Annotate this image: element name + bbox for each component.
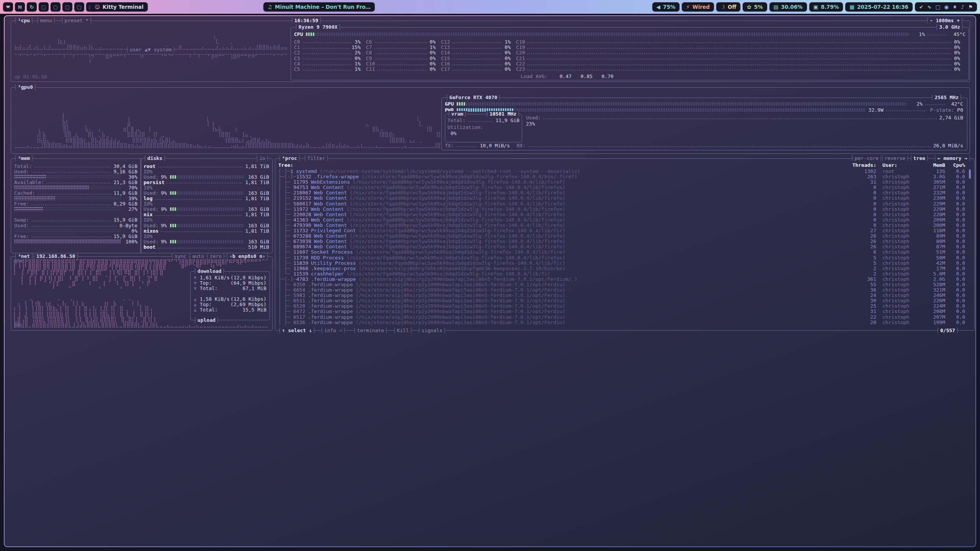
process-row[interactable]: │ ├─ 6520.ferdium-wrappe(/nix/store/a1pj… xyxy=(278,303,967,309)
process-row[interactable]: │ ├─ 6654.ferdium-wrappe(/nix/store/a1pj… xyxy=(278,287,967,293)
tray-icon[interactable]: ⚑ xyxy=(968,4,973,10)
kill-control[interactable]: Kill xyxy=(393,328,413,334)
cpu-system-graph: ⠉⠙⠉⠙⠉⠙⠉⠉⠋⠉⠉⠉⠉⠹⠉⠉⠏⠉⠉⠉⠹⠻⠉⠉⠉⣿⠿⠛⠛⠋⠏⠉⠉⠉⠹⠏⠉⠉⠉⠉… xyxy=(14,54,287,75)
process-command: (/nix/store/fqadd0bprwc5yw5k99xajbdqd1dz… xyxy=(350,233,565,239)
process-row[interactable]: │ ├─ 41363Web Content(/nix/store/fqadd0b… xyxy=(278,217,967,223)
process-row[interactable]: │ ├─ 11968.keepassxc-prox(/nix/store/bsl… xyxy=(278,266,967,271)
process-scrollbar[interactable] xyxy=(969,170,971,179)
terminate-control[interactable]: terminate xyxy=(353,328,388,334)
process-pid: 11972 xyxy=(293,207,308,212)
process-row[interactable]: │ ├─ 220028Web Content(/nix/store/fqadd0… xyxy=(278,212,967,217)
workspace-button[interactable]: ▢ xyxy=(74,2,84,11)
cpu-core-row: C130% xyxy=(441,44,516,50)
workspace-button[interactable]: ❤ xyxy=(3,2,13,11)
disks-divider xyxy=(140,159,141,253)
memory-meter xyxy=(14,175,121,179)
process-pid: 5983 xyxy=(293,293,305,298)
tray-icon[interactable]: ▢ xyxy=(936,4,941,10)
select-control[interactable]: ↑ select ↓ xyxy=(278,328,316,334)
process-row[interactable]: │ ├─ 6472.ferdium-wrappe(/nix/store/a1pj… xyxy=(278,309,967,314)
process-row[interactable]: │ ├─ 94753Web Content(/nix/store/fqadd0b… xyxy=(278,185,967,190)
process-row[interactable]: │ ├─ 218067Web Content(/nix/store/fqadd0… xyxy=(278,190,967,196)
core-percent: 0% xyxy=(505,44,511,50)
gpu-panel: ⁵gpu0 xyxy=(11,87,970,154)
tree-branch: │ ├─ xyxy=(278,223,293,228)
process-command: (/nix/store/fqadd0bprwc5yw5k99xajbdqd1dz… xyxy=(356,249,565,255)
process-user: christoph xyxy=(876,249,922,255)
process-row[interactable]: │ ├─ 11739RDD Process(/nix/store/fqadd0b… xyxy=(278,255,967,261)
menu-button[interactable]: menu xyxy=(36,18,56,24)
workspace-button[interactable]: ↻ xyxy=(27,2,37,11)
status-pill[interactable]: ▦ 2025-07-22 16:36 xyxy=(845,2,913,11)
core-percent: 0% xyxy=(430,39,436,45)
process-row[interactable]: │ ├─ 11839Utility Process(/nix/store/fqa… xyxy=(278,261,967,266)
tray-icon[interactable]: ♦ xyxy=(952,4,957,10)
process-memory: 232M xyxy=(922,190,945,196)
tray-icon[interactable]: ∿ xyxy=(927,4,931,10)
memory-meter xyxy=(14,186,121,190)
process-command: (/nix/store/fqadd0bprwc5yw5k99xajbdqd1dz… xyxy=(362,174,578,179)
tray-icon[interactable]: ♪ xyxy=(961,4,964,10)
process-row[interactable]: │ ├─ 6350.ferdium-wrappe(/nix/store/a1pj… xyxy=(278,282,967,287)
tray-icon[interactable]: ◉ xyxy=(944,4,949,10)
process-row[interactable]: │ ├─ 11795WebExtensions(/nix/store/fqadd… xyxy=(278,179,967,185)
workspace-button[interactable]: ▢ xyxy=(39,2,49,11)
status-pill[interactable]: ▤ 30.06% xyxy=(769,2,807,11)
status-pill[interactable]: ◀ 75% xyxy=(652,2,680,11)
process-row[interactable]: │ ├─ 689674Web Content(/nix/store/fqadd0… xyxy=(278,244,967,249)
update-interval-control[interactable]: - 1000ms + xyxy=(926,18,964,24)
status-pill[interactable]: ⚡ Wired xyxy=(682,2,714,11)
process-cpu: 0.0 xyxy=(945,293,967,298)
disk-entry: nixos1,81 TiB IO% Used: 9% 163 GiB xyxy=(144,228,269,244)
core-id: C6 xyxy=(366,39,372,45)
tree-branch: │ ├─ xyxy=(278,207,293,212)
workspace-button[interactable]: N xyxy=(15,2,25,11)
status-icon: ◀ xyxy=(657,4,660,10)
workspace-button[interactable]: ▢ xyxy=(62,2,72,11)
process-row[interactable]: │ ├─ 11732Privileged Cont(/nix/store/fqa… xyxy=(278,228,967,233)
tree-toggle[interactable]: tree xyxy=(910,155,929,161)
sort-column-selector[interactable]: ← memory → xyxy=(934,155,971,161)
net-sync-toggle[interactable]: sync xyxy=(171,253,190,259)
net-interface-switcher[interactable]: ‹b enp8s0 n› xyxy=(225,253,269,259)
uptime: up 01:05:56 xyxy=(14,74,47,80)
process-name: Web Content xyxy=(314,190,347,196)
process-row[interactable]: │ └─ 11539crashhelper(/nix/store/fqadd0b… xyxy=(278,271,967,277)
signals-control[interactable]: signals xyxy=(418,328,446,334)
process-row[interactable]: │ ├─ 11607Socket Process(/nix/store/fqad… xyxy=(278,249,967,255)
process-row[interactable]: │ ├─ 5983.ferdium-wrappe(/nix/store/a1pj… xyxy=(278,293,967,298)
status-pill[interactable]: ▣ 8.79% xyxy=(809,2,843,11)
music-player-pill[interactable]: ♫ Minuit Machine – Don't Run Fro… xyxy=(263,2,375,11)
status-pill[interactable]: ✿ 5% xyxy=(743,2,767,11)
process-row[interactable]: │ ├─ 11972Web Content(/nix/store/fqadd0b… xyxy=(278,207,967,212)
per-core-toggle[interactable]: per-core xyxy=(851,155,882,161)
process-row[interactable]: │ ├─ 673038Web Content(/nix/store/fqadd0… xyxy=(278,239,967,244)
process-command: (/nix/store/a1pj8hxirp2y2090nbwa7api3asi… xyxy=(359,277,577,282)
window-title-pill[interactable]: ☺ Kitty Terminal xyxy=(90,2,148,11)
net-zero-toggle[interactable]: zero xyxy=(206,253,225,259)
process-memory: 17M xyxy=(922,266,945,271)
process-row[interactable]: │ ├─ 580017Web Content(/nix/store/fqadd0… xyxy=(278,201,967,207)
disks-io-toggle[interactable]: io xyxy=(256,155,269,161)
process-row[interactable]: ├─[-]─11532.firefox-wrappe(/nix/store/fq… xyxy=(278,174,967,179)
process-row[interactable]: ├─[-]─4783.ferdium-wrappe(/nix/store/a1p… xyxy=(278,277,967,282)
status-pill[interactable]: ☽ Off xyxy=(716,2,741,11)
process-row[interactable]: │ ├─ 673288Web Content(/nix/store/fqadd0… xyxy=(278,233,967,239)
process-threads: 24 xyxy=(846,293,876,298)
memory-meter xyxy=(14,240,121,244)
filter-button[interactable]: filter xyxy=(304,155,329,161)
process-row[interactable]: [-]─1systemd(/run/current-system/systemd… xyxy=(278,169,967,174)
net-auto-toggle[interactable]: auto xyxy=(188,253,208,259)
process-row[interactable]: │ ├─ 6511.ferdium-wrappe(/nix/store/a1pj… xyxy=(278,298,967,303)
process-row[interactable]: │ ├─ 219152Web Content(/nix/store/fqadd0… xyxy=(278,196,967,201)
reverse-toggle[interactable]: reverse xyxy=(881,155,909,161)
info-control[interactable]: info ⏎ xyxy=(320,328,346,334)
process-row[interactable]: │ ├─ 6517.ferdium-wrappe(/nix/store/a1pj… xyxy=(278,315,967,320)
process-row[interactable]: │ ├─ 479390Web Content(/nix/store/fqadd0… xyxy=(278,223,967,228)
tree-branch: │ ├─ xyxy=(278,287,293,293)
download-stats: ▼ 1,61 KiB/s(12,9 Kibps) ▼ Top:(64,9 Mib… xyxy=(194,275,266,291)
preset-button[interactable]: preset * xyxy=(61,18,92,24)
workspace-button[interactable]: ▢ xyxy=(51,2,60,11)
process-row[interactable]: │ ├─ 6536.ferdium-wrappe(/nix/store/a1pj… xyxy=(278,320,967,325)
tray-icon[interactable]: ✔ xyxy=(919,4,923,10)
